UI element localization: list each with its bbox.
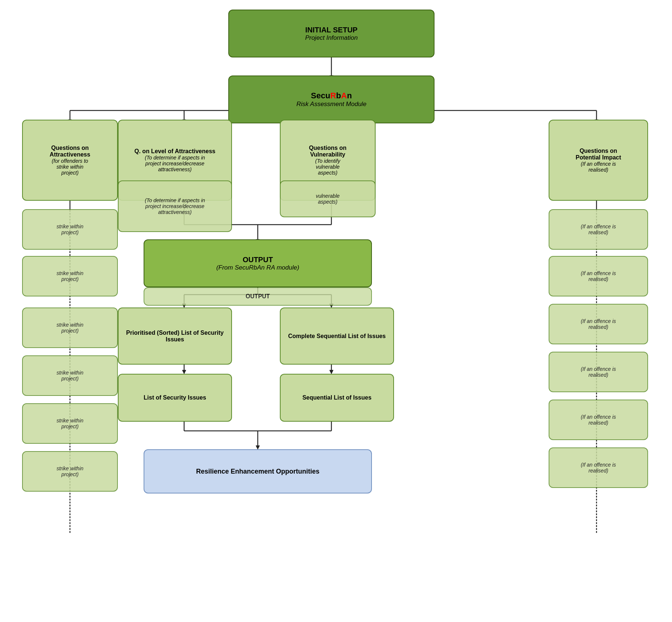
q-potential-subtitle: (If an offence isrealised): [581, 161, 616, 173]
right-repeat-4: (If an offence isrealised): [549, 352, 648, 392]
q-potential-impact-box: Questions onPotential Impact (If an offe…: [549, 120, 648, 201]
q-level-overlap-box: (To determine if aspects inproject incre…: [118, 180, 232, 232]
q-attractiveness-title: Questions onAttractiveness: [50, 145, 90, 158]
right-repeat-6: (If an offence isrealised): [549, 447, 648, 488]
initial-setup-title: INITIAL SETUP: [305, 26, 358, 34]
right-repeat-2: (If an offence isrealised): [549, 256, 648, 296]
q-potential-title: Questions onPotential Impact: [576, 148, 621, 161]
output-box: OUTPUT (From SecuRbAn RA module): [144, 239, 372, 287]
q-vuln-overlap-box: vulnerableaspects): [280, 180, 376, 217]
q-vuln-overlap-text: vulnerableaspects): [316, 193, 340, 205]
q-level-overlap-text: (To determine if aspects inproject incre…: [145, 197, 205, 215]
left-repeat-2: strike withinproject): [22, 256, 118, 296]
left-repeat-5: strike withinproject): [22, 403, 118, 444]
prioritised-list-box: Prioritised (Sorted) List of Security Is…: [118, 308, 232, 365]
list-security-issues-box: List of Security Issues: [118, 374, 232, 422]
prioritised-title: Prioritised (Sorted) List of Security Is…: [124, 330, 226, 343]
left-repeat-3: strike withinproject): [22, 308, 118, 348]
sequential-list-box: Sequential List of Issues: [280, 374, 394, 422]
output-overlap-text: OUTPUT: [246, 293, 270, 300]
q-attractiveness-box: Questions onAttractiveness (for offender…: [22, 120, 118, 201]
q-level-subtitle: (To determine if aspects inproject incre…: [145, 155, 205, 172]
securban-title: SecuRbAn: [311, 91, 352, 101]
q-vulnerability-subtitle: (To identifyvulnerableaspects): [315, 158, 340, 176]
resilience-title: Resilience Enhancement Opportunities: [196, 468, 319, 475]
output-subtitle: (From SecuRbAn RA module): [216, 264, 299, 271]
q-vulnerability-title: Questions onVulnerability: [309, 145, 346, 158]
q-level-title: Q. on Level of Attractiveness: [134, 148, 215, 155]
resilience-box: Resilience Enhancement Opportunities: [144, 449, 372, 493]
left-repeat-6: strike withinproject): [22, 451, 118, 492]
right-repeat-1: (If an offence isrealised): [549, 209, 648, 250]
right-repeat-3: (If an offence isrealised): [549, 304, 648, 344]
initial-setup-box: INITIAL SETUP Project Information: [228, 10, 434, 57]
securban-box: SecuRbAn Risk Assessment Module: [228, 75, 434, 123]
q-attractiveness-subtitle: (for offenders tostrike withinproject): [52, 158, 88, 176]
initial-setup-subtitle: Project Information: [305, 34, 358, 42]
left-repeat-4: strike withinproject): [22, 355, 118, 396]
sequential-list-title: Sequential List of Issues: [302, 394, 372, 401]
left-repeat-1: strike withinproject): [22, 209, 118, 250]
complete-sequential-box: Complete Sequential List of Issues: [280, 308, 394, 365]
securban-subtitle: Risk Assessment Module: [296, 101, 366, 108]
right-repeat-5: (If an offence isrealised): [549, 400, 648, 440]
diagram-container: INITIAL SETUP Project Information SecuRb…: [0, 0, 672, 622]
complete-sequential-title: Complete Sequential List of Issues: [288, 333, 386, 340]
output-title: OUTPUT: [243, 256, 273, 264]
list-security-title: List of Security Issues: [144, 394, 206, 401]
output-overlap-box: OUTPUT: [144, 287, 372, 306]
